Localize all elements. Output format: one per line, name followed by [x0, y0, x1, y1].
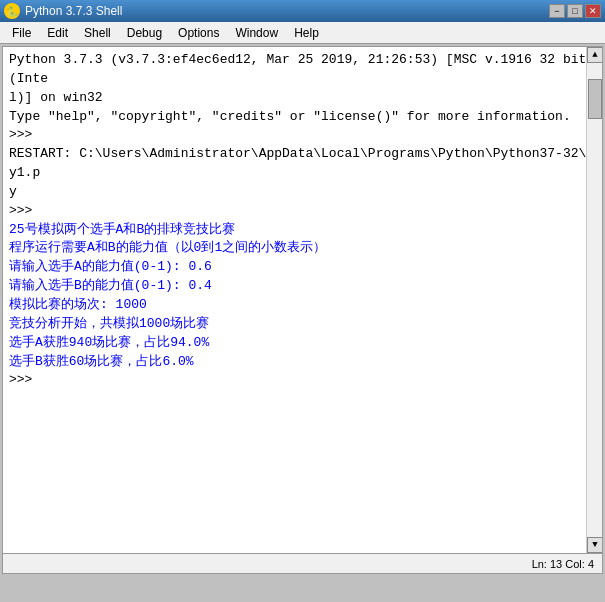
- final-prompt: >>>: [9, 371, 596, 390]
- menu-edit[interactable]: Edit: [39, 24, 76, 42]
- shell-container: Python 3.7.3 (v3.7.3:ef4ec6ed12, Mar 25 …: [2, 46, 603, 574]
- output-line: 选手A获胜940场比赛，占比94.0%: [9, 334, 596, 353]
- output-line: 选手B获胜60场比赛，占比6.0%: [9, 353, 596, 372]
- menu-options[interactable]: Options: [170, 24, 227, 42]
- status-text: Ln: 13 Col: 4: [532, 558, 594, 570]
- shell-content[interactable]: Python 3.7.3 (v3.7.3:ef4ec6ed12, Mar 25 …: [3, 47, 602, 553]
- minimize-button[interactable]: −: [549, 4, 565, 18]
- python-icon: 🐍: [4, 3, 20, 19]
- window-title: Python 3.7.3 Shell: [25, 4, 122, 18]
- scrollbar[interactable]: ▲ ▼: [586, 47, 602, 553]
- menu-window[interactable]: Window: [227, 24, 286, 42]
- output-line: 请输入选手A的能力值(0-1): 0.6: [9, 258, 596, 277]
- menu-debug[interactable]: Debug: [119, 24, 170, 42]
- menu-bar: File Edit Shell Debug Options Window Hel…: [0, 22, 605, 44]
- scroll-down-button[interactable]: ▼: [587, 537, 603, 553]
- title-bar: 🐍 Python 3.7.3 Shell − □ ✕: [0, 0, 605, 22]
- title-bar-left: 🐍 Python 3.7.3 Shell: [4, 3, 122, 19]
- scroll-up-button[interactable]: ▲: [587, 47, 603, 63]
- output-line: 程序运行需要A和B的能力值（以0到1之间的小数表示）: [9, 239, 596, 258]
- title-bar-controls: − □ ✕: [549, 4, 601, 18]
- maximize-button[interactable]: □: [567, 4, 583, 18]
- startup-text: Python 3.7.3 (v3.7.3:ef4ec6ed12, Mar 25 …: [9, 51, 596, 221]
- output-line: 25号模拟两个选手A和B的排球竞技比赛: [9, 221, 596, 240]
- output-line: 请输入选手B的能力值(0-1): 0.4: [9, 277, 596, 296]
- close-button[interactable]: ✕: [585, 4, 601, 18]
- menu-help[interactable]: Help: [286, 24, 327, 42]
- output-line: 模拟比赛的场次: 1000: [9, 296, 596, 315]
- output-area: 25号模拟两个选手A和B的排球竞技比赛程序运行需要A和B的能力值（以0到1之间的…: [9, 221, 596, 372]
- menu-shell[interactable]: Shell: [76, 24, 119, 42]
- status-bar: Ln: 13 Col: 4: [3, 553, 602, 573]
- scrollbar-thumb[interactable]: [588, 79, 602, 119]
- output-line: 竞技分析开始，共模拟1000场比赛: [9, 315, 596, 334]
- menu-file[interactable]: File: [4, 24, 39, 42]
